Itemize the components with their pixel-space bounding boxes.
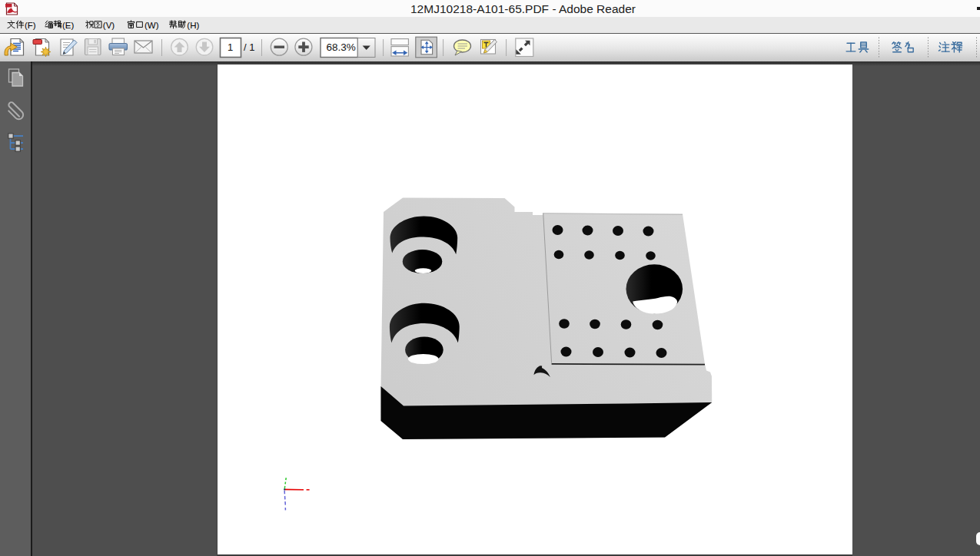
svg-text:(V): (V) — [103, 21, 115, 30]
svg-text:(F): (F) — [25, 21, 36, 30]
svg-text:(H): (H) — [187, 21, 199, 30]
svg-text:68.3%: 68.3% — [327, 41, 356, 53]
svg-text:(E): (E) — [62, 21, 75, 30]
svg-text:/ 1: / 1 — [244, 41, 254, 53]
svg-text:(W): (W) — [145, 21, 159, 30]
svg-text:1: 1 — [228, 41, 233, 53]
